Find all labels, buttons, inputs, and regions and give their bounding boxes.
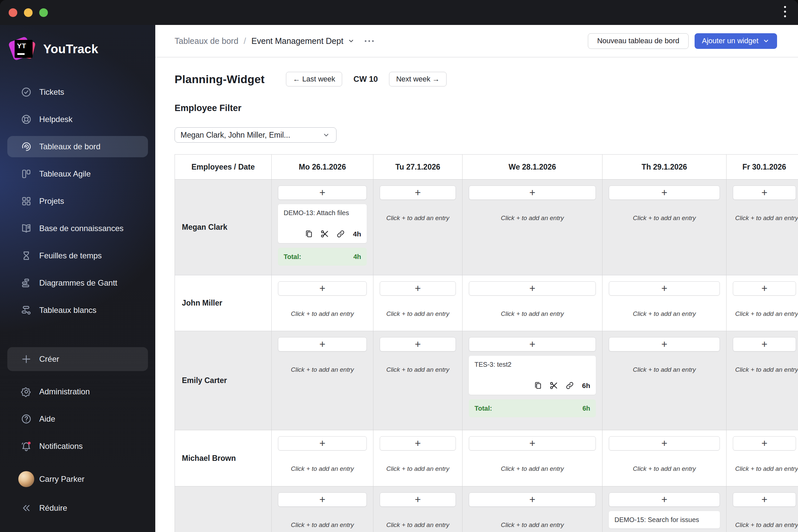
next-week-button[interactable]: Next week → (389, 72, 446, 87)
double-chevron-left-icon (20, 502, 33, 514)
add-entry-button[interactable]: + (609, 186, 720, 200)
add-entry-button[interactable]: + (469, 337, 596, 352)
kebab-menu-icon[interactable] (783, 6, 787, 17)
ellipsis-menu-icon[interactable] (365, 40, 374, 42)
link-icon[interactable] (336, 229, 345, 239)
add-entry-button[interactable]: + (469, 186, 596, 200)
user-menu[interactable]: Carry Parker (7, 467, 148, 491)
sidebar-item-dashboards[interactable]: Tableaux de bord (7, 136, 148, 157)
sidebar-item-timesheets[interactable]: Feuilles de temps (7, 245, 148, 266)
add-entry-button[interactable]: + (469, 281, 596, 296)
add-entry-button[interactable]: + (469, 492, 596, 507)
planning-cell: +Click + to add an entry (726, 430, 798, 487)
last-week-button[interactable]: ← Last week (286, 72, 342, 87)
add-entry-button[interactable]: + (609, 492, 720, 507)
plus-icon (20, 353, 33, 365)
total-bar: Total:6h (469, 399, 596, 417)
add-entry-button[interactable]: + (609, 436, 720, 451)
add-entry-button[interactable]: + (278, 281, 367, 296)
add-entry-button[interactable]: + (469, 436, 596, 451)
breadcrumb-dashboards[interactable]: Tableaux de bord (174, 36, 239, 46)
link-icon[interactable] (565, 381, 574, 390)
planning-cell: +Click + to add an entry (603, 179, 726, 275)
total-bar: Total:4h (278, 248, 367, 266)
add-entry-button[interactable]: + (733, 337, 796, 352)
collapse-sidebar-button[interactable]: Réduire (7, 497, 148, 519)
employee-filter-select[interactable]: Megan Clark, John Miller, Emil... (174, 127, 337, 142)
add-entry-hint: Click + to add an entry (278, 366, 367, 374)
sidebar-item-help[interactable]: Aide (7, 408, 148, 430)
bell-icon (20, 440, 33, 453)
copy-icon[interactable] (534, 381, 542, 390)
add-entry-button[interactable]: + (380, 186, 456, 200)
create-button[interactable]: Créer (7, 347, 148, 371)
sidebar-item-whiteboards[interactable]: Tableaux blancs (7, 300, 148, 321)
add-entry-button[interactable]: + (733, 186, 796, 200)
projects-grid-icon (20, 195, 33, 208)
add-widget-button[interactable]: Ajouter un widget (695, 33, 777, 49)
add-entry-button[interactable]: + (278, 337, 367, 352)
add-entry-hint: Click + to add an entry (609, 214, 720, 222)
sidebar-item-administration[interactable]: Administration (7, 381, 148, 402)
add-entry-button[interactable]: + (609, 281, 720, 296)
column-header: Fr 30.1.2026 (726, 155, 798, 179)
breadcrumb-current[interactable]: Event Management Dept (251, 36, 355, 46)
sidebar-item-notifications[interactable]: Notifications (7, 436, 148, 457)
work-item-card[interactable]: TES-3: test26h (469, 356, 596, 395)
column-header: Tu 27.1.2026 (374, 155, 462, 179)
planning-cell: +Click + to add an entry (462, 487, 603, 532)
sidebar-item-agile-boards[interactable]: Tableaux Agile (7, 163, 148, 185)
add-entry-button[interactable]: + (278, 492, 367, 507)
add-entry-button[interactable]: + (733, 436, 796, 451)
employee-filter-value: Megan Clark, John Miller, Emil... (180, 131, 290, 140)
add-entry-hint: Click + to add an entry (735, 214, 796, 222)
new-dashboard-button[interactable]: Nouveau tableau de bord (588, 33, 689, 49)
add-entry-button[interactable]: + (380, 337, 456, 352)
add-entry-button[interactable]: + (380, 281, 456, 296)
add-entry-hint: Click + to add an entry (380, 310, 456, 318)
sidebar-item-gantt-charts[interactable]: Diagrammes de Gantt (7, 272, 148, 293)
add-entry-hint: Click + to add an entry (469, 465, 596, 473)
scissors-icon[interactable] (549, 381, 558, 390)
sidebar-item-tickets[interactable]: Tickets (7, 81, 148, 103)
add-entry-button[interactable]: + (380, 492, 456, 507)
close-window-button[interactable] (8, 8, 17, 17)
add-entry-button[interactable]: + (380, 436, 456, 451)
add-entry-button[interactable]: + (733, 492, 796, 507)
total-label: Total: (474, 405, 492, 412)
add-entry-button[interactable]: + (609, 337, 720, 352)
planning-cell: +Click + to add an entry (374, 430, 462, 487)
planning-cell: +DEMO-13: Attach files4hTotal:4h (272, 179, 374, 275)
chevron-down-icon (347, 37, 355, 44)
add-entry-hint: Click + to add an entry (609, 465, 720, 473)
minimize-window-button[interactable] (24, 8, 33, 17)
youtrack-logo[interactable]: YT YouTrack (10, 37, 155, 61)
sidebar-item-helpdesk[interactable]: Helpdesk (7, 109, 148, 130)
work-item-hours: 4h (353, 230, 361, 238)
calendar-week-label: CW 10 (354, 75, 378, 84)
planning-cell: +Click + to add an entry (272, 430, 374, 487)
work-item-hours: 6h (582, 382, 590, 390)
chevron-down-icon (322, 131, 330, 139)
sidebar-item-projects[interactable]: Projets (7, 191, 148, 212)
sidebar-nav: Tickets Helpdesk Tableaux de bord Tablea… (0, 81, 155, 321)
add-entry-button[interactable]: + (733, 281, 796, 296)
add-entry-hint: Click + to add an entry (278, 310, 367, 318)
add-entry-hint: Click + to add an entry (469, 310, 596, 318)
add-entry-button[interactable]: + (278, 436, 367, 451)
copy-icon[interactable] (305, 230, 313, 239)
add-entry-hint: Click + to add an entry (609, 310, 720, 318)
planning-cell: +Click + to add an entry (462, 179, 603, 275)
total-value: 4h (354, 253, 361, 261)
planning-cell: +Click + to add an entry (603, 430, 726, 487)
total-value: 6h (583, 405, 590, 412)
logo-text: YouTrack (43, 42, 98, 56)
add-entry-hint: Click + to add an entry (380, 366, 456, 374)
scissors-icon[interactable] (320, 229, 329, 239)
sidebar-item-knowledge-base[interactable]: Base de connaissances (7, 218, 148, 239)
work-item-card[interactable]: DEMO-13: Attach files4h (278, 204, 367, 243)
employee-name: Megan Clark (175, 179, 272, 275)
add-entry-button[interactable]: + (278, 186, 367, 200)
work-item-card[interactable]: DEMO-15: Search for issues (609, 511, 720, 528)
zoom-window-button[interactable] (39, 8, 48, 17)
